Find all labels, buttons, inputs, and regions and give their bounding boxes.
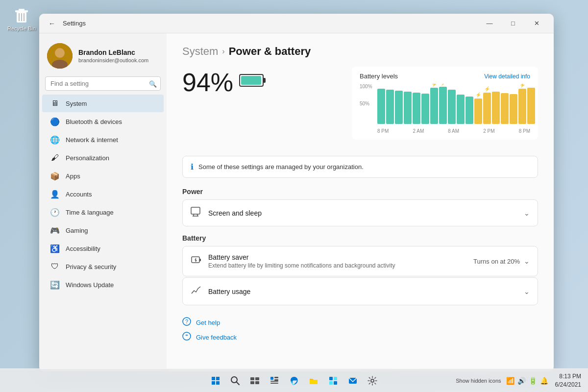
file-explorer[interactable] <box>305 372 322 390</box>
show-hidden-icons[interactable]: Show hidden icons <box>454 378 503 384</box>
recycle-bin-label: Recycle Bin <box>7 25 36 31</box>
give-feedback-link[interactable]: Give feedback <box>182 332 538 343</box>
sidebar-item-privacy[interactable]: 🛡 Privacy & security <box>42 258 164 275</box>
settings-taskbar-button[interactable] <box>364 372 381 390</box>
avatar <box>47 43 73 69</box>
taskbar: Show hidden icons 📶 🔊 🔋 🔔 8:13 PM 6/24/2… <box>0 368 588 392</box>
battery-chart: Battery levels View detailed info 100% 5… <box>352 67 538 140</box>
sidebar-item-network[interactable]: 🌐 Network & internet <box>42 131 164 148</box>
window-title: Settings <box>63 20 478 27</box>
maximize-button[interactable]: □ <box>502 16 524 31</box>
edge-browser[interactable] <box>285 372 303 390</box>
svg-rect-58 <box>274 377 278 378</box>
taskbar-right: Show hidden icons 📶 🔊 🔋 🔔 8:13 PM 6/24/2… <box>454 372 584 389</box>
search-input[interactable] <box>45 76 161 91</box>
battery-saver-row[interactable]: Battery saver Extend battery life by lim… <box>182 246 538 276</box>
info-banner: ℹ Some of these settings are managed by … <box>182 156 538 178</box>
breadcrumb-arrow: › <box>222 47 224 56</box>
svg-rect-54 <box>255 377 259 380</box>
window-controls: — □ ✕ <box>478 16 548 31</box>
recycle-bin[interactable]: Recycle Bin <box>7 5 36 31</box>
sidebar-item-gaming[interactable]: 🎮 Gaming <box>42 221 164 239</box>
screen-sleep-icon <box>191 207 201 219</box>
minimize-button[interactable]: — <box>478 16 501 31</box>
svg-rect-2 <box>19 9 24 11</box>
svg-text:⚡: ⚡ <box>440 84 446 86</box>
battery-usage-name: Battery usage <box>208 288 517 295</box>
svg-rect-63 <box>334 377 337 380</box>
widgets-button[interactable] <box>266 372 283 390</box>
sidebar-item-personalization[interactable]: 🖌 Personalization <box>42 149 164 167</box>
task-view[interactable] <box>246 372 264 390</box>
chart-x-labels: 8 PM 2 AM 8 AM 2 PM 8 PM <box>377 128 530 134</box>
taskbar-search[interactable] <box>226 372 244 390</box>
svg-point-7 <box>55 48 65 58</box>
accessibility-nav-icon: ♿ <box>50 244 60 253</box>
taskbar-time[interactable]: 8:13 PM 6/24/2021 <box>552 372 584 389</box>
breadcrumb-current: Power & battery <box>229 45 311 58</box>
close-button[interactable]: ✕ <box>525 16 548 31</box>
svg-rect-23 <box>457 95 465 124</box>
notification-icon[interactable]: 🔔 <box>540 377 548 385</box>
svg-rect-62 <box>329 377 333 380</box>
mail-app[interactable] <box>344 372 362 390</box>
view-detailed-info-link[interactable]: View detailed info <box>484 73 530 80</box>
svg-rect-13 <box>386 90 394 124</box>
start-button[interactable] <box>207 372 224 390</box>
bluetooth-nav-label: Bluetooth & devices <box>66 118 122 125</box>
svg-text:⚡: ⚡ <box>431 84 438 87</box>
svg-rect-24 <box>466 97 473 124</box>
svg-rect-27 <box>483 93 491 124</box>
svg-rect-49 <box>212 381 215 385</box>
chart-title: Battery levels <box>360 73 398 80</box>
battery-saver-icon <box>191 255 201 268</box>
back-button[interactable]: ← <box>45 17 59 30</box>
store-button[interactable] <box>324 372 342 390</box>
screen-sleep-row[interactable]: Screen and sleep ⌄ <box>182 199 538 226</box>
svg-text:⚡: ⚡ <box>484 86 490 92</box>
nav-list: 🖥 System 🔵 Bluetooth & devices 🌐 Network… <box>39 95 167 294</box>
sidebar-item-system[interactable]: 🖥 System <box>42 95 164 112</box>
gaming-nav-icon: 🎮 <box>50 225 60 235</box>
breadcrumb-system: System <box>182 45 218 58</box>
battery-saver-status: Turns on at 20% <box>473 258 520 265</box>
sidebar-item-bluetooth[interactable]: 🔵 Bluetooth & devices <box>42 113 164 130</box>
svg-rect-15 <box>404 92 412 124</box>
give-feedback-label: Give feedback <box>196 334 237 341</box>
get-help-link[interactable]: ? Get help <box>182 317 538 328</box>
user-name: Brandon LeBlanc <box>78 49 159 56</box>
wifi-icon[interactable]: 📶 <box>506 377 514 385</box>
sidebar-search: 🔍 <box>45 76 161 91</box>
sidebar-item-accessibility[interactable]: ♿ Accessibility <box>42 240 164 257</box>
svg-rect-56 <box>255 381 259 384</box>
accessibility-nav-label: Accessibility <box>66 245 100 252</box>
sidebar: Brandon LeBlanc brandoninsider@outlook.c… <box>39 33 167 371</box>
chart-header: Battery levels View detailed info <box>360 73 530 80</box>
svg-rect-31 <box>510 94 517 124</box>
svg-point-67 <box>371 379 374 382</box>
svg-rect-64 <box>329 381 333 385</box>
sidebar-item-windows_update[interactable]: 🔄 Windows Update <box>42 276 164 294</box>
screen-sleep-chevron: ⌄ <box>524 209 530 217</box>
screen-sleep-info: Screen and sleep <box>208 209 517 217</box>
get-help-label: Get help <box>196 319 220 326</box>
svg-rect-14 <box>395 91 403 124</box>
user-profile[interactable]: Brandon LeBlanc brandoninsider@outlook.c… <box>39 39 167 76</box>
battery-tray-icon[interactable]: 🔋 <box>529 377 537 385</box>
power-section-header: Power <box>182 188 538 196</box>
accounts-nav-icon: 👤 <box>50 189 60 199</box>
svg-rect-59 <box>274 379 278 381</box>
sidebar-item-time[interactable]: 🕐 Time & language <box>42 203 164 221</box>
volume-icon[interactable]: 🔊 <box>517 377 526 385</box>
battery-usage-right: ⌄ <box>524 288 530 295</box>
svg-rect-47 <box>212 377 215 380</box>
battery-usage-row[interactable]: Battery usage ⌄ <box>182 277 538 305</box>
battery-saver-right: Turns on at 20% ⌄ <box>473 257 530 265</box>
title-bar: ← Settings — □ ✕ <box>39 14 554 33</box>
svg-rect-57 <box>270 377 273 380</box>
apps-nav-label: Apps <box>66 172 80 180</box>
sidebar-item-accounts[interactable]: 👤 Accounts <box>42 185 164 203</box>
sidebar-item-apps[interactable]: 📦 Apps <box>42 167 164 185</box>
screen-sleep-name: Screen and sleep <box>208 209 517 217</box>
svg-rect-60 <box>270 381 278 382</box>
